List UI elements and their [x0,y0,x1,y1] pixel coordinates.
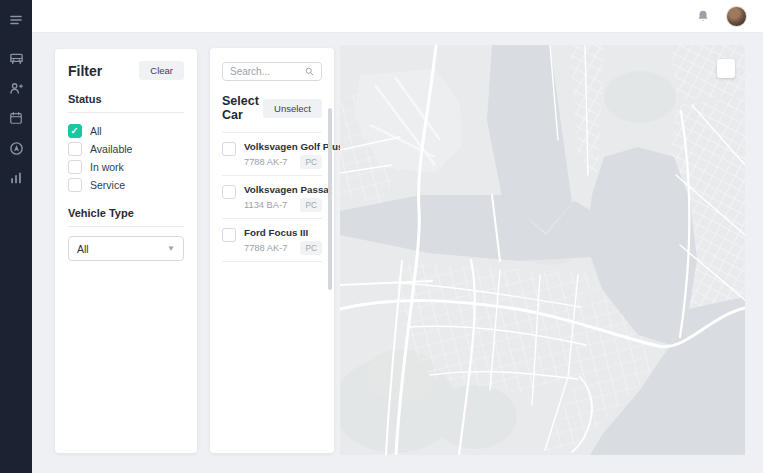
checkbox[interactable] [68,124,82,138]
status-checkbox-row[interactable]: Available [68,140,184,158]
fleet-tracking-app: Filter Clear Status All Available In wor… [0,0,763,473]
car-list-item[interactable]: Volksvagen Passat 1134 BA-7 PC [222,176,322,219]
car-name: Volksvagen Golf Plus 1 [244,141,322,152]
sidebar-item-tracking[interactable] [4,136,28,160]
list-scrollbar[interactable] [328,108,332,290]
status-section-label: Status [68,93,184,113]
vehicle-type-value: All [77,243,89,255]
car-list-item[interactable]: Volksvagen Golf Plus 1 7788 AK-7 PC [222,133,322,176]
vehicle-type-section-label: Vehicle Type [68,207,184,227]
checkbox[interactable] [68,160,82,174]
status-checkbox-label: Available [90,143,132,155]
calendar-icon [9,111,23,125]
car-list-panel: Select Car Unselect Volksvagen Golf Plus… [210,48,334,453]
car-list-item[interactable]: Ford Focus III 7788 AK-7 PC [222,219,322,262]
bell-icon[interactable] [696,9,710,23]
car-type-badge: PC [300,198,322,212]
sidebar-item-vehicles[interactable] [4,46,28,70]
car-plate: 7788 AK-7 [244,243,287,253]
unselect-button[interactable]: Unselect [263,99,322,118]
car-type-badge: PC [300,155,322,169]
car-name: Ford Focus III [244,227,322,238]
map[interactable] [340,45,745,455]
checkbox[interactable] [68,178,82,192]
vehicle-type-select[interactable]: All ▼ [68,236,184,261]
tracking-icon [9,141,24,156]
chevron-down-icon: ▼ [167,244,175,253]
users-icon [9,81,24,96]
sidebar-item-drivers[interactable] [4,76,28,100]
car-plate: 1134 BA-7 [244,200,287,210]
status-checkbox-label: In work [90,161,124,173]
filter-title: Filter [68,63,102,79]
sidebar-item-reports[interactable] [4,166,28,190]
car-checkbox[interactable] [222,142,236,156]
bar-chart-icon [9,171,23,185]
status-checkbox-row[interactable]: Service [68,176,184,194]
status-checkbox-list: All Available In work Service [68,122,184,194]
sidebar [0,0,32,473]
car-list: Volksvagen Golf Plus 1 7788 AK-7 PC Volk… [222,132,322,262]
map-base [340,45,745,455]
avatar[interactable] [726,6,747,27]
car-checkbox[interactable] [222,185,236,199]
car-icon [9,51,24,66]
status-checkbox-label: All [90,125,102,137]
car-type-badge: PC [300,241,322,255]
topbar [32,0,763,33]
filter-panel: Filter Clear Status All Available In wor… [55,49,197,453]
map-legend [717,59,735,78]
car-name: Volksvagen Passat [244,184,322,195]
sidebar-item-calendar[interactable] [4,106,28,130]
car-plate: 7788 AK-7 [244,157,287,167]
select-car-title: Select Car [222,94,263,122]
search-input[interactable] [230,66,305,77]
search-box[interactable] [222,62,322,81]
status-checkbox-label: Service [90,179,125,191]
status-checkbox-row[interactable]: In work [68,158,184,176]
menu-icon[interactable] [4,8,28,32]
checkbox[interactable] [68,142,82,156]
clear-button[interactable]: Clear [139,61,184,80]
status-checkbox-row[interactable]: All [68,122,184,140]
search-icon [305,67,314,76]
car-checkbox[interactable] [222,228,236,242]
